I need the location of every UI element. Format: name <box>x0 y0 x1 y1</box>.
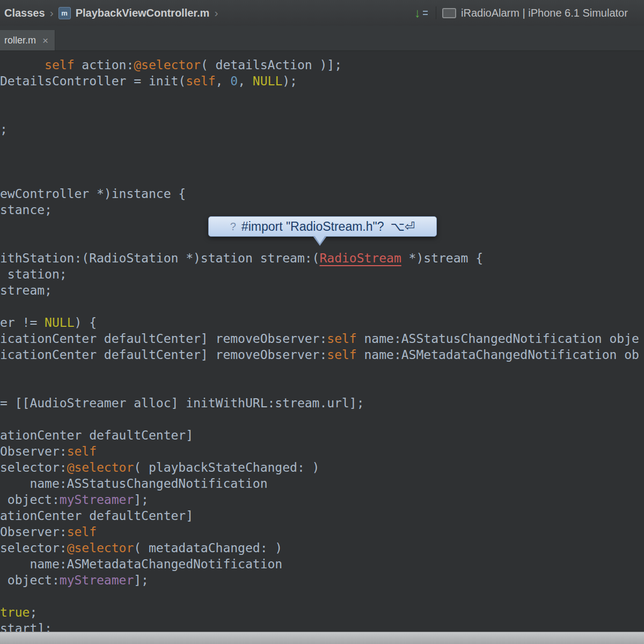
tab-label: roller.m <box>4 35 36 46</box>
chevron-right-icon: › <box>50 6 54 19</box>
code-line[interactable]: name:ASStatusChangedNotification <box>0 475 644 492</box>
code-line[interactable]: stance; <box>0 202 644 218</box>
code-line[interactable]: Observer:self <box>0 524 644 540</box>
code-line[interactable]: selector:@selector( metadataChanged: ) <box>0 540 644 556</box>
code-editor[interactable]: self action:@selector( detailsAction )];… <box>0 50 644 632</box>
code-line[interactable] <box>0 411 644 427</box>
code-lines: self action:@selector( detailsAction )];… <box>0 50 644 632</box>
code-line[interactable] <box>0 363 644 379</box>
toolbar-separator <box>436 6 436 19</box>
top-navigation-bar: Classes › m PlaybackViewController.m › ↓… <box>0 0 644 26</box>
code-line[interactable] <box>0 379 644 395</box>
code-line[interactable] <box>0 137 644 153</box>
code-line[interactable]: start]; <box>0 620 644 632</box>
code-line[interactable]: ationCenter defaultCenter] <box>0 508 644 524</box>
code-line[interactable]: er != NULL) { <box>0 314 644 331</box>
vcs-update-icon: ↓ <box>414 5 421 20</box>
chevron-right-icon: › <box>214 6 218 19</box>
code-line[interactable]: selector:@selector( playbackStateChanged… <box>0 459 644 475</box>
code-line[interactable]: object:myStreamer]; <box>0 492 644 508</box>
code-line[interactable] <box>0 588 644 604</box>
editor-tab-bar: roller.m × <box>0 26 644 51</box>
code-line[interactable]: icationCenter defaultCenter] removeObser… <box>0 331 644 347</box>
code-line[interactable]: self action:@selector( detailsAction )]; <box>0 57 644 73</box>
code-line[interactable]: name:ASMetadataChangedNotification <box>0 556 644 572</box>
code-line[interactable]: ewController *)instance { <box>0 186 644 202</box>
code-line[interactable] <box>0 170 644 186</box>
hint-icon: ? <box>230 221 236 233</box>
bottom-strip <box>0 632 644 644</box>
code-line[interactable]: object:myStreamer]; <box>0 572 644 588</box>
code-line[interactable]: ithStation:(RadioStation *)station strea… <box>0 250 644 266</box>
code-line[interactable] <box>0 153 644 170</box>
tab-close-icon[interactable]: × <box>42 35 48 46</box>
code-line[interactable]: DetailsController = init(self, 0, NULL); <box>0 73 644 89</box>
tab-playbackviewcontroller[interactable]: roller.m × <box>0 30 55 50</box>
run-configuration-selector[interactable]: iRadioAlarm | iPhone 6.1 Simulator <box>442 0 628 26</box>
code-line[interactable]: ; <box>0 121 644 137</box>
run-configuration-label: iRadioAlarm | iPhone 6.1 Simulator <box>461 7 628 19</box>
popup-text: #import "RadioStream.h"? <box>241 219 384 234</box>
import-quickfix-popup[interactable]: ? #import "RadioStream.h"? ⌥⏎ <box>208 216 437 237</box>
code-line[interactable] <box>0 89 644 105</box>
breadcrumb: Classes › m PlaybackViewController.m › <box>4 0 218 26</box>
objc-file-icon: m <box>58 7 71 19</box>
code-line[interactable]: = [[AudioStreamer alloc] initWithURL:str… <box>0 395 644 411</box>
code-line[interactable]: true; <box>0 604 644 620</box>
code-line[interactable] <box>0 298 644 314</box>
popup-shortcut: ⌥⏎ <box>390 219 415 234</box>
code-line[interactable]: station; <box>0 266 644 282</box>
code-line[interactable]: stream; <box>0 282 644 298</box>
breadcrumb-item-classes[interactable]: Classes <box>4 7 45 19</box>
code-line[interactable] <box>0 105 644 121</box>
vcs-changes-icon <box>423 11 428 15</box>
simulator-device-icon <box>442 8 456 18</box>
vcs-update-button[interactable]: ↓ <box>414 5 428 20</box>
code-line[interactable]: ationCenter defaultCenter] <box>0 427 644 443</box>
breadcrumb-item-file[interactable]: PlaybackViewController.m <box>76 7 210 19</box>
code-line[interactable]: icationCenter defaultCenter] removeObser… <box>0 347 644 363</box>
code-line[interactable]: Observer:self <box>0 443 644 459</box>
